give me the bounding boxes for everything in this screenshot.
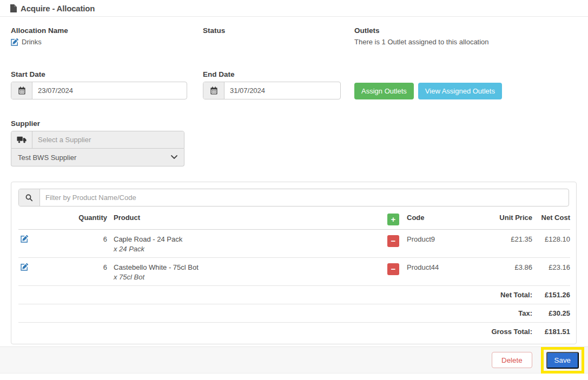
remove-product-button[interactable]: − xyxy=(387,235,399,247)
page-title: Acquire - Allocation xyxy=(21,4,95,13)
allocation-name-value: Drinks xyxy=(22,38,42,46)
remove-product-button[interactable]: − xyxy=(387,263,399,275)
row-quantity: 6 xyxy=(39,230,109,258)
net-cost-header: Net Cost xyxy=(534,211,570,230)
table-row: 6 Caple Road - 24 Pack x 24 Pack − Produ… xyxy=(18,230,570,258)
calendar-icon[interactable] xyxy=(11,82,32,99)
truck-icon xyxy=(11,131,32,148)
net-total-value: £151.26 xyxy=(534,286,570,304)
action-footer: Delete Save xyxy=(0,346,588,374)
status-field: Status xyxy=(203,26,338,38)
status-label: Status xyxy=(203,26,338,35)
save-highlight-box: Save xyxy=(541,347,584,374)
supplier-selected-option: Test BWS Supplier xyxy=(18,154,76,162)
row-pack-size: x 24 Pack xyxy=(114,245,383,253)
row-quantity: 6 xyxy=(39,258,109,286)
add-product-button[interactable]: + xyxy=(387,214,399,225)
table-header-row: Quantity Product + Code Unit Price Net C… xyxy=(18,211,570,230)
edit-icon[interactable] xyxy=(21,235,37,243)
outlets-summary: There is 1 Outlet assigned to this alloc… xyxy=(354,38,582,46)
product-header: Product xyxy=(109,211,385,230)
supplier-label: Supplier xyxy=(11,119,184,128)
net-total-row: Net Total: £151.26 xyxy=(18,286,570,304)
gross-total-row: Gross Total: £181.51 xyxy=(18,323,570,341)
gross-total-value: £181.51 xyxy=(534,323,570,341)
row-net-cost: £128.10 xyxy=(534,230,570,258)
supplier-field: Supplier Test BWS Supplier xyxy=(11,119,184,166)
start-date-field: Start Date xyxy=(11,70,187,99)
start-date-label: Start Date xyxy=(11,70,187,78)
edit-icon[interactable] xyxy=(21,263,37,271)
products-card: Quantity Product + Code Unit Price Net C… xyxy=(11,182,577,344)
end-date-input[interactable] xyxy=(224,82,340,99)
row-code: Product9 xyxy=(405,230,486,258)
row-unit-price: £21.35 xyxy=(486,230,534,258)
row-product-name: Caple Road - 24 Pack xyxy=(114,235,383,243)
start-date-input[interactable] xyxy=(32,82,187,99)
chevron-down-icon xyxy=(171,155,177,159)
quantity-header: Quantity xyxy=(39,211,109,230)
row-net-cost: £23.16 xyxy=(534,258,570,286)
tax-label: Tax: xyxy=(18,304,534,323)
title-bar: Acquire - Allocation xyxy=(0,0,588,17)
unit-price-header: Unit Price xyxy=(486,211,534,230)
end-date-label: End Date xyxy=(203,70,341,78)
end-date-field: End Date xyxy=(203,70,341,99)
calendar-icon[interactable] xyxy=(203,82,224,99)
row-code: Product44 xyxy=(405,258,486,286)
tax-row: Tax: £30.25 xyxy=(18,304,570,323)
allocation-name-label: Allocation Name xyxy=(11,26,189,35)
supplier-search-input[interactable] xyxy=(32,131,184,148)
net-total-label: Net Total: xyxy=(18,286,534,304)
outlets-label: Outlets xyxy=(354,26,582,35)
allocation-name-field: Allocation Name Drinks xyxy=(11,26,189,46)
code-header: Code xyxy=(405,211,486,230)
table-row: 6 Castebello White - 75cl Bot x 75cl Bot… xyxy=(18,258,570,286)
product-filter-input[interactable] xyxy=(40,189,569,206)
document-icon xyxy=(10,4,17,12)
acquire-allocation-page: Acquire - Allocation Allocation Name Dri… xyxy=(0,0,588,380)
products-table: Quantity Product + Code Unit Price Net C… xyxy=(18,211,570,341)
save-button[interactable]: Save xyxy=(546,352,579,369)
outlets-field: Outlets There is 1 Outlet assigned to th… xyxy=(354,26,582,46)
assign-outlets-button[interactable]: Assign Outlets xyxy=(354,83,414,99)
supplier-select[interactable]: Test BWS Supplier xyxy=(11,149,184,166)
outlet-actions: Assign Outlets View Assigned Outlets xyxy=(354,83,502,99)
row-unit-price: £3.86 xyxy=(486,258,534,286)
gross-total-label: Gross Total: xyxy=(18,323,534,341)
delete-button[interactable]: Delete xyxy=(492,352,532,368)
search-icon xyxy=(19,189,40,206)
row-product-name: Castebello White - 75cl Bot xyxy=(114,263,383,271)
view-assigned-outlets-button[interactable]: View Assigned Outlets xyxy=(418,83,502,99)
tax-value: £30.25 xyxy=(534,304,570,323)
row-pack-size: x 75cl Bot xyxy=(114,273,383,281)
edit-icon[interactable] xyxy=(11,38,18,46)
